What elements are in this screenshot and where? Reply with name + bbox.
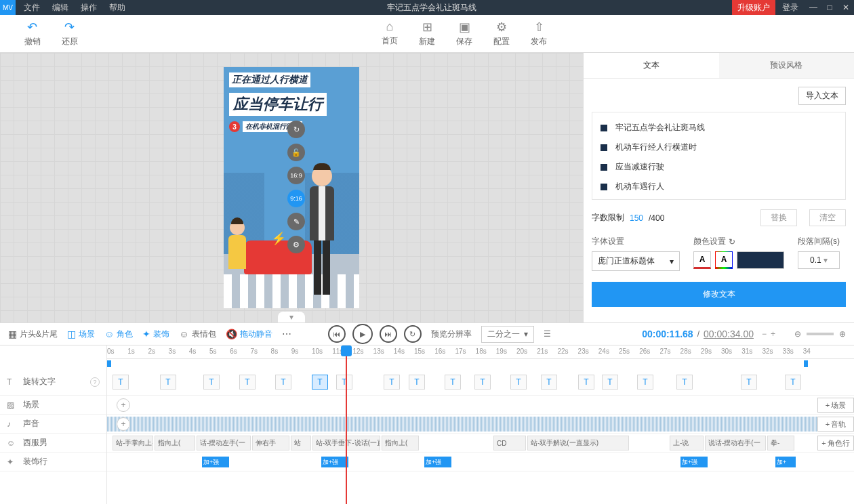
upgrade-button[interactable]: 升级账户 [732, 0, 775, 15]
collapse-chevron-icon[interactable]: ▾ [278, 312, 305, 322]
next-button[interactable]: ⏭ [380, 325, 397, 343]
text-clip[interactable]: T [160, 375, 176, 390]
maximize-icon[interactable]: □ [821, 3, 838, 12]
track-area[interactable]: 0s1s2s3s4s5s6s7s8s9s10s11s12s13s14s15s16… [107, 345, 854, 504]
menu-help[interactable]: 帮助 [104, 2, 131, 14]
action-track[interactable]: + 角色行 站-手掌向上-说话(一直显指向上(话-摆动左手(一伸右手站站-双手垂… [107, 434, 854, 453]
range-start-handle[interactable] [107, 360, 111, 367]
list-item[interactable]: 应当减速行驶 [598, 157, 840, 177]
text-clip[interactable]: T [602, 375, 618, 390]
text-clip[interactable]: T [113, 375, 129, 390]
playhead-handle[interactable] [341, 345, 352, 356]
text-multicolor-button[interactable]: A [715, 251, 733, 269]
play-button[interactable]: ▶ [352, 324, 373, 344]
action-clip[interactable]: 拳- [767, 436, 794, 450]
text-track[interactable]: TTTTTTTTTTTTTTTTTTT [107, 369, 854, 396]
time-ruler[interactable]: 0s1s2s3s4s5s6s7s8s9s10s11s12s13s14s15s16… [107, 345, 854, 359]
text-clip[interactable]: T [541, 375, 557, 390]
refresh-icon[interactable]: ↻ [287, 121, 305, 138]
import-text-button[interactable]: 导入文本 [798, 87, 846, 105]
deco-clip[interactable]: 加+ [775, 457, 796, 467]
action-clip[interactable]: 指向上( [382, 436, 419, 450]
ratio-9-16-button[interactable]: 9:16 [287, 190, 305, 207]
add-scene-button[interactable]: + 场景 [817, 398, 854, 413]
loop-button[interactable]: ↻ [404, 325, 422, 343]
help-icon[interactable]: ? [90, 377, 100, 387]
list-item[interactable]: 牢记五点学会礼让斑马线 [598, 118, 840, 138]
action-clip[interactable]: 站 [291, 436, 311, 450]
minimize-icon[interactable]: — [805, 3, 821, 12]
para-interval-input[interactable]: 0.1 ▾ [798, 251, 840, 269]
deco-clip[interactable]: 加+强 [424, 457, 451, 467]
track-label-character[interactable]: ☺ 西服男 [0, 434, 106, 453]
login-button[interactable]: 登录 [775, 2, 805, 14]
action-clip[interactable]: 上-说 [670, 436, 704, 450]
clear-button[interactable]: 清空 [809, 209, 846, 226]
action-clip[interactable]: 话-摆动左手(一 [197, 436, 251, 450]
range-end-handle[interactable] [804, 360, 808, 367]
text-clip[interactable]: T [637, 375, 653, 390]
track-label-text[interactable]: T 旋转文字 ? [0, 369, 106, 396]
tab-text[interactable]: 文本 [584, 53, 719, 78]
time-total[interactable]: 00:00:34.00 [704, 329, 754, 339]
layers-icon[interactable]: ☰ [544, 329, 551, 339]
action-clip[interactable]: 伸右手 [252, 436, 289, 450]
color-swatch[interactable] [737, 251, 784, 269]
action-clip[interactable]: 指向上( [155, 436, 195, 450]
text-clip[interactable]: T [239, 375, 256, 390]
publish-button[interactable]: ⇧发布 [521, 20, 558, 47]
text-clip[interactable]: T [275, 375, 291, 390]
minus-icon[interactable]: − [762, 329, 767, 339]
add-clip-icon[interactable]: + [117, 417, 130, 431]
plus-icon[interactable]: + [771, 329, 775, 339]
text-clip[interactable]: T [384, 375, 400, 390]
zoom-slider[interactable] [807, 333, 834, 335]
emoji-button[interactable]: ☺表情包 [179, 329, 216, 340]
text-clip[interactable]: T [409, 375, 425, 390]
text-color-button[interactable]: A [693, 251, 711, 269]
waveform[interactable] [107, 417, 854, 432]
role-button[interactable]: ☺角色 [104, 329, 133, 340]
text-clip[interactable]: T [578, 375, 594, 390]
list-item[interactable]: 机动车遇行人 [598, 177, 840, 196]
lock-icon[interactable]: 🔓 [287, 144, 305, 161]
list-item[interactable]: 机动车行经人行横道时 [598, 138, 840, 157]
modify-text-button[interactable]: 修改文本 [592, 282, 846, 307]
home-button[interactable]: ⌂首页 [371, 20, 409, 47]
drag-mute-button[interactable]: 🔇拖动静音 [226, 329, 272, 340]
track-label-decor[interactable]: ✦ 装饰行 [0, 453, 106, 471]
text-clip[interactable]: T [474, 375, 491, 390]
action-clip[interactable]: 站-手掌向上-说话(一直显 [113, 436, 153, 450]
deco-clip[interactable]: 加+强 [321, 457, 348, 467]
track-label-sound[interactable]: ♪ 声音 [0, 415, 106, 434]
redo-button[interactable]: ↷ 还原 [51, 20, 88, 47]
text-clip[interactable]: T [741, 375, 757, 390]
deco-track[interactable]: 加+强加+强加+强加+强加+ [107, 453, 854, 471]
menu-action[interactable]: 操作 [75, 2, 102, 14]
range-bar[interactable] [107, 359, 854, 369]
action-clip[interactable]: CD [493, 436, 526, 450]
zoom-in-icon[interactable]: ⊕ [839, 329, 846, 339]
edit-icon[interactable]: ✎ [287, 213, 305, 230]
scene-button[interactable]: ◫场景 [67, 329, 95, 340]
tab-preset[interactable]: 预设风格 [719, 53, 855, 78]
text-clip[interactable]: T [336, 375, 352, 390]
playhead[interactable] [346, 345, 347, 504]
add-role-button[interactable]: + 角色行 [817, 436, 854, 450]
decor-button[interactable]: ✦装饰 [142, 329, 169, 340]
text-clip[interactable]: T [203, 375, 220, 390]
more-icon[interactable]: ⋯ [282, 329, 291, 339]
scene-track[interactable]: + + 背景 [107, 396, 854, 415]
deco-clip[interactable]: 加+强 [202, 457, 229, 467]
text-list[interactable]: 牢记五点学会礼让斑马线 机动车行经人行横道时 应当减速行驶 机动车遇行人 [592, 112, 846, 200]
text-clip[interactable]: T [510, 375, 527, 390]
refresh-icon[interactable]: ↻ [729, 237, 735, 247]
config-button[interactable]: ⚙配置 [483, 20, 521, 47]
canvas-area[interactable]: 正在通过人行横道 应当停车让行 3 在机非机混行路段 ⚡ ↻ 🔓 [0, 53, 583, 322]
menu-file[interactable]: 文件 [18, 2, 45, 14]
text-clip[interactable]: T [445, 375, 461, 390]
ratio-16-9-button[interactable]: 16:9 [287, 167, 305, 184]
zoom-out-icon[interactable]: ⊖ [794, 329, 801, 339]
action-clip[interactable]: 站-双手解说(一直显示) [527, 436, 629, 450]
text-clip[interactable]: T [785, 375, 801, 390]
